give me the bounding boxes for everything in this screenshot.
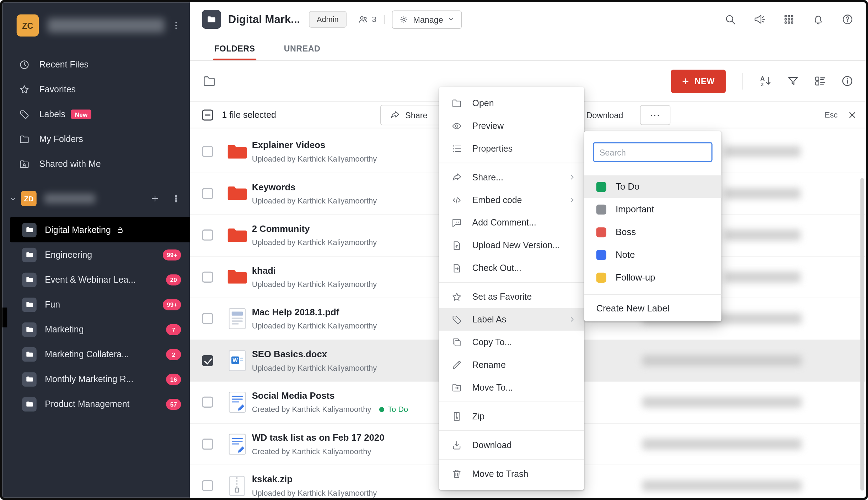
team-kebab-menu[interactable] xyxy=(171,194,181,203)
close-selection-button[interactable] xyxy=(848,110,857,119)
folder-icon xyxy=(19,134,30,145)
menu-item-label-as[interactable]: Label As xyxy=(439,308,584,331)
row-checkbox[interactable] xyxy=(202,439,213,450)
nav-label: Favorites xyxy=(39,85,76,94)
menu-item-share[interactable]: Share... xyxy=(439,166,584,189)
manage-dropdown[interactable]: Manage xyxy=(392,10,462,28)
label-option-note[interactable]: Note xyxy=(584,243,721,266)
unread-count-badge: 99+ xyxy=(163,299,181,310)
move-folder-icon xyxy=(451,382,462,393)
sidebar-item-fun[interactable]: Fun 99+ xyxy=(2,292,190,317)
row-checkbox-checked[interactable] xyxy=(202,355,213,366)
label-option-follow-up[interactable]: Follow-up xyxy=(584,266,721,289)
add-team-folder-button[interactable] xyxy=(150,194,160,203)
sidebar-item-shared-with-me[interactable]: Shared with Me xyxy=(2,152,190,176)
team-badge[interactable]: ZD xyxy=(21,191,37,206)
sidebar-item-marketing[interactable]: Marketing 7 xyxy=(2,317,190,342)
account-kebab-menu[interactable] xyxy=(171,21,181,31)
menu-item-zip[interactable]: Zip xyxy=(439,405,584,428)
menu-item-rename[interactable]: Rename xyxy=(439,353,584,376)
more-actions-button[interactable]: ... xyxy=(640,105,670,125)
folder-red-icon xyxy=(224,268,250,286)
members-button[interactable]: 3 xyxy=(358,14,376,25)
manage-label: Manage xyxy=(413,15,443,24)
folder-red-icon xyxy=(224,227,250,244)
tab-unread[interactable]: UNREAD xyxy=(284,44,321,60)
menu-item-move-to-trash[interactable]: Move to Trash xyxy=(439,462,584,485)
label-search-input[interactable] xyxy=(593,142,712,162)
esc-hint: Esc xyxy=(825,110,837,119)
sort-button[interactable]: Az xyxy=(760,75,772,87)
menu-item-open[interactable]: Open xyxy=(439,92,584,115)
chevron-down-icon[interactable] xyxy=(9,194,17,202)
filter-button[interactable] xyxy=(787,75,799,87)
sidebar-item-my-folders[interactable]: My Folders xyxy=(2,127,190,152)
sidebar-item-digital-marketing[interactable]: Digital Marketing xyxy=(10,217,190,242)
view-options-button[interactable] xyxy=(814,75,827,87)
announcements-button[interactable] xyxy=(754,13,766,25)
row-checkbox[interactable] xyxy=(202,146,213,157)
label-option-to-do[interactable]: To Do xyxy=(584,175,721,198)
notifications-bell-icon xyxy=(812,13,824,25)
menu-item-set-as-favorite[interactable]: Set as Favorite xyxy=(439,286,584,308)
svg-text:z: z xyxy=(761,81,763,87)
folder-header: Digital Mark... Admin 3 | Manage xyxy=(190,2,866,37)
menu-item-preview[interactable]: Preview xyxy=(439,114,584,137)
sidebar-item-monthly-marketing[interactable]: Monthly Marketing R... 16 xyxy=(2,367,190,392)
menu-item-copy-to[interactable]: Copy To... xyxy=(439,331,584,353)
sidebar-item-favorites[interactable]: Favorites xyxy=(2,77,190,102)
sidebar-item-labels[interactable]: Labels New xyxy=(2,102,190,127)
redacted-text xyxy=(724,271,800,282)
label-option-boss[interactable]: Boss xyxy=(584,221,721,243)
menu-item-properties[interactable]: Properties xyxy=(439,137,584,160)
breadcrumb-root-folder[interactable] xyxy=(202,74,216,88)
file-name: Mac Help 2018.1.pdf xyxy=(252,307,377,318)
notifications-button[interactable] xyxy=(812,13,824,25)
sidebar-item-engineering[interactable]: Engineering 99+ xyxy=(2,242,190,267)
menu-item-check-out[interactable]: Check Out... xyxy=(439,257,584,279)
sidebar-item-event-webinar[interactable]: Event & Webinar Lea... 20 xyxy=(2,267,190,292)
sidebar-item-product-management[interactable]: Product Management 57 xyxy=(2,392,190,417)
row-checkbox[interactable] xyxy=(202,313,213,324)
account-avatar[interactable]: ZC xyxy=(17,14,39,36)
apps-grid-button[interactable] xyxy=(783,13,795,25)
select-all-checkbox[interactable] xyxy=(202,109,213,120)
new-label: NEW xyxy=(695,76,714,86)
file-meta: Created by Karthick Kaliyamoorthy xyxy=(252,447,371,456)
row-checkbox[interactable] xyxy=(202,397,213,408)
menu-item-add-comment[interactable]: Add Comment... xyxy=(439,211,584,234)
create-new-label-button[interactable]: Create New Label xyxy=(584,295,721,321)
share-button[interactable]: Share xyxy=(380,104,445,125)
writer-doc-icon xyxy=(224,433,250,455)
redacted-text xyxy=(724,188,800,199)
team-folder-icon xyxy=(22,322,36,336)
row-checkbox[interactable] xyxy=(202,188,213,199)
sidebar-item-marketing-collateral[interactable]: Marketing Collatera... 2 xyxy=(2,342,190,367)
team-folder-icon xyxy=(202,10,221,29)
team-folder-icon xyxy=(22,297,36,311)
label-option-important[interactable]: Important xyxy=(584,198,721,221)
file-name: kskak.zip xyxy=(252,474,377,485)
sidebar-item-recent-files[interactable]: Recent Files xyxy=(2,52,190,77)
info-button[interactable] xyxy=(841,75,854,87)
unread-count-badge: 99+ xyxy=(163,249,181,260)
redacted-account-name xyxy=(48,18,165,32)
menu-item-embed-code[interactable]: Embed code xyxy=(439,189,584,211)
search-button[interactable] xyxy=(724,13,736,25)
team-folder-name: Marketing xyxy=(45,324,84,334)
team-folder-icon xyxy=(22,347,36,361)
scrollbar[interactable] xyxy=(860,178,864,491)
download-button[interactable]: Download xyxy=(586,110,623,119)
new-button[interactable]: + NEW xyxy=(671,69,726,92)
menu-item-move-to[interactable]: Move To... xyxy=(439,376,584,399)
row-checkbox[interactable] xyxy=(202,230,213,241)
row-checkbox[interactable] xyxy=(202,271,213,282)
file-meta: Uploaded by Karthick Kaliyamoorthy xyxy=(252,238,377,247)
people-icon xyxy=(358,14,369,25)
row-checkbox[interactable] xyxy=(202,480,213,491)
tab-folders[interactable]: FOLDERS xyxy=(214,44,255,60)
help-button[interactable] xyxy=(841,13,853,25)
menu-item-upload-new-version[interactable]: Upload New Version... xyxy=(439,234,584,257)
menu-item-download[interactable]: Download xyxy=(439,434,584,456)
gear-icon xyxy=(399,15,408,24)
